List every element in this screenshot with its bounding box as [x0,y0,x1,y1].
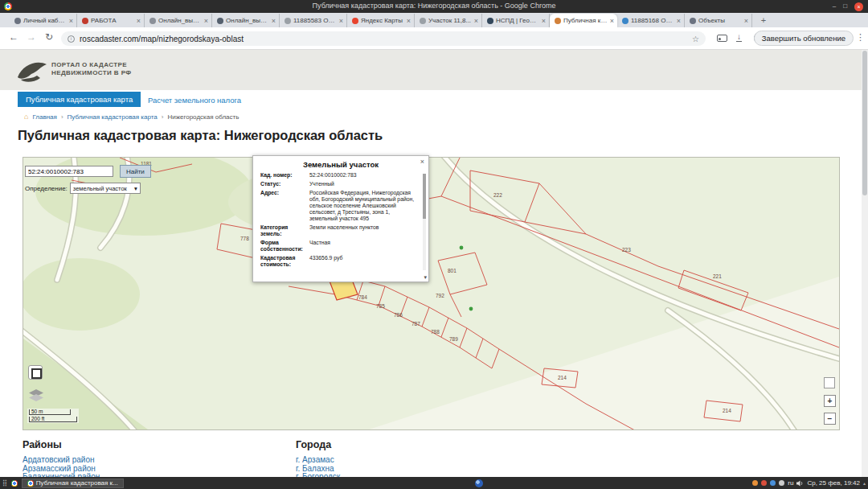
tab-close-icon[interactable]: × [677,18,681,24]
city-link[interactable]: г. Балахна [296,465,340,473]
layers-button[interactable] [29,389,43,402]
search-button[interactable]: Найти [120,165,151,178]
parcel-label: 221 [713,273,722,279]
popup-row-value: Учтенный [307,181,334,187]
site-info-icon[interactable]: i [68,35,75,43]
tab[interactable]: Онлайн_вып...× [212,14,280,27]
tab-close-icon[interactable]: × [610,18,614,24]
map-filter-panel: Определение: земельный участок ▾ [25,183,141,194]
favicon-icon [285,18,291,24]
chrome-icon [27,480,34,487]
tab[interactable]: 11885168 Об...× [617,14,685,27]
screen: Публичная кадастровая карта: Нижегородск… [0,0,868,489]
parcel-label: 778 [240,236,249,241]
popup-scroll-thumb[interactable] [423,174,426,219]
favicon-icon [352,18,358,24]
nav-land-tax-link[interactable]: Расчет земельного налога [148,96,241,105]
tab-close-icon[interactable]: × [474,18,478,24]
tab-close-icon[interactable]: × [137,18,141,24]
reload-icon[interactable]: ↻ [42,31,56,43]
page-scroll-thumb[interactable] [862,51,867,195]
popup-row-value: Российская Федерация, Нижегородская обл,… [307,190,419,222]
forward-icon[interactable]: → [24,31,39,43]
parcel-marker-icon[interactable] [469,307,473,311]
popup-scrollbar[interactable] [423,174,426,270]
breadcrumb-map-link[interactable]: Публичная кадастровая карта [68,113,158,121]
tab[interactable]: 11885583 Об...× [280,14,347,27]
maximize-icon[interactable]: □ [843,2,847,11]
tab-close-icon[interactable]: × [272,18,276,24]
region-link[interactable]: Арзамасский район [23,465,100,473]
browser-menu-icon[interactable]: ⋮ [856,32,865,43]
favicon-icon [555,18,561,24]
tab[interactable]: Участок 11,8...× [415,14,482,27]
cadastral-map[interactable]: 1181 778 222 223 221 801 792 784 785 786… [23,158,839,429]
expand-button[interactable] [824,377,835,388]
volume-icon[interactable] [796,480,804,487]
tab-close-icon[interactable]: × [407,18,411,24]
app-grid-icon[interactable]: ⣿ [2,480,7,487]
clock[interactable]: Ср, 25 фев, 19:42 [807,479,860,487]
tab[interactable]: Объекты× [685,14,752,27]
web-page: ПОРТАЛ О КАДАСТРЕ НЕДВИЖИМОСТИ В РФ Публ… [0,50,868,477]
parcel-type-select[interactable]: земельный участок ▾ [70,183,141,194]
popup-row-value: 52:24:0010002:783 [307,172,357,179]
popup-close-icon[interactable]: × [420,158,424,166]
tab-close-icon[interactable]: × [339,18,343,24]
breadcrumb: ⌂ Главная › Публичная кадастровая карта … [24,113,239,121]
tray-expand-icon[interactable]: ▴ [863,480,866,486]
parcel-marker-icon[interactable] [460,246,464,250]
popup-row-value: Частная [307,240,330,253]
tab-active[interactable]: Публичная ка...× [550,14,617,27]
finish-update-button[interactable]: Завершить обновление [754,31,854,46]
nav-cadastral-map-button[interactable]: Публичная кадастровая карта [18,92,141,107]
cast-icon[interactable] [717,35,727,42]
back-icon[interactable]: ← [6,31,21,43]
popup-row-label: Кад. номер: [260,172,307,179]
new-tab-icon[interactable]: + [757,14,770,27]
city-link[interactable]: г. Арзамас [296,456,340,464]
tab-close-icon[interactable]: × [744,18,748,24]
parcel-label: 223 [622,247,631,253]
zoom-in-button[interactable]: + [824,395,836,407]
parcel-label: 785 [376,303,385,309]
taskbar-window-button[interactable]: Публичная кадастровая к... [22,479,124,488]
parcel-label: 801 [448,268,457,273]
tab[interactable]: НСПД | Геоин...× [482,14,550,27]
region-link[interactable]: Ардатовский район [23,456,100,464]
portal-logo-icon [16,56,50,84]
address-bar[interactable]: i roscadaster.com/map/nizhegorodskaya-ob… [61,31,706,46]
tab-close-icon[interactable]: × [69,18,73,24]
chrome-launcher-icon[interactable] [11,480,18,487]
download-icon[interactable]: ↓ [736,32,742,42]
tab-label: 11885168 Об... [631,17,674,24]
popup-title: Земельный участок [253,156,428,169]
minimize-icon[interactable]: – [833,2,836,11]
url-text: roscadaster.com/map/nizhegorodskaya-obla… [80,35,687,43]
close-window-icon[interactable]: × [854,2,863,11]
tab-label: Публичная ка... [563,17,608,24]
tray-icon-blue[interactable] [770,480,776,486]
tab[interactable]: Личный каби...× [10,14,77,27]
bookmark-star-icon[interactable]: ☆ [692,35,699,43]
popup-scroll-down-icon[interactable]: ▾ [424,274,427,281]
globe-tray-icon[interactable] [475,479,483,487]
keyboard-layout-indicator[interactable]: ru [788,479,793,487]
parcel-search-input[interactable] [25,166,113,177]
tray-icon-orange[interactable] [752,480,758,486]
tab[interactable]: Онлайн_вып...× [145,14,212,27]
favicon-icon [14,18,21,24]
tab-close-icon[interactable]: × [542,18,546,24]
tab[interactable]: Яндекс Карты× [347,14,415,27]
map-container: 1181 778 222 223 221 801 792 784 785 786… [23,157,840,430]
popup-row-label: Статус: [260,181,307,187]
tab-close-icon[interactable]: × [204,18,208,24]
tray-icon-gray[interactable] [779,480,784,486]
tab[interactable]: РАБОТА× [77,14,145,27]
tray-icon-red[interactable] [761,480,767,486]
extent-button[interactable] [28,365,43,380]
breadcrumb-home-link[interactable]: Главная [32,113,56,121]
page-scrollbar[interactable] [862,50,868,477]
zoom-out-button[interactable]: − [824,413,836,425]
popup-row: Форма собственности:Частная [260,240,419,253]
